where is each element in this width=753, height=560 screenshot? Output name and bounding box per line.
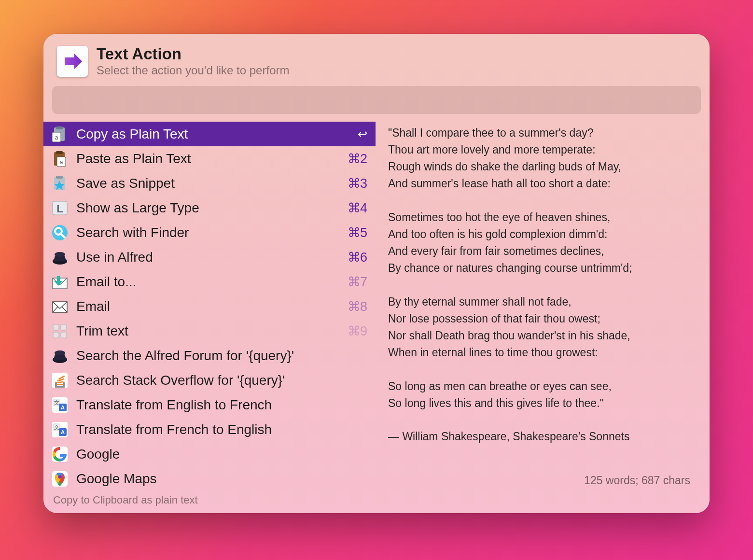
action-item[interactable]: Trim text⌘9 [43,319,376,343]
action-item[interactable]: Google Maps [43,466,376,491]
action-list: Copy as Plain Text↩Paste as Plain Text⌘2… [43,122,376,491]
action-item[interactable]: Translate from English to French [43,392,376,417]
action-label: Search the Alfred Forum for '{query}' [76,348,367,364]
action-label: Translate from English to French [76,397,367,413]
snippet-icon [50,174,70,193]
action-label: Google Maps [76,471,367,487]
preview-stats: 125 words; 687 chars [388,464,690,491]
action-shortcut: ⌘4 [348,200,367,216]
action-label: Paste as Plain Text [76,151,343,167]
action-arrow-icon [57,46,88,77]
action-item[interactable]: Show as Large Type⌘4 [43,196,376,220]
action-shortcut: ⌘8 [348,299,367,314]
action-item[interactable]: Email to...⌘7 [43,269,376,294]
action-label: Show as Large Type [76,200,343,216]
stackoverflow-icon [50,371,70,390]
search-input[interactable] [52,86,701,114]
action-label: Email [76,299,343,314]
svg-marker-0 [65,54,82,69]
action-label: Use in Alfred [76,250,343,265]
action-shortcut: ⌘7 [348,274,367,290]
clipboard-copy-icon [50,125,70,144]
action-item[interactable]: Save as Snippet⌘3 [43,171,376,196]
trim-icon [50,322,70,341]
finder-search-icon [50,223,70,242]
action-item[interactable]: Copy as Plain Text↩ [43,122,376,146]
action-label: Google [76,447,367,462]
action-label: Save as Snippet [76,176,343,191]
preview-text: "Shall I compare thee to a summer's day?… [388,125,690,445]
alfred-icon [50,346,70,365]
action-label: Search Stack Overflow for '{query}' [76,373,367,388]
panel-header: Text Action Select the action you'd like… [43,44,710,84]
action-shortcut: ⌘3 [348,176,367,191]
action-label: Email to... [76,274,343,290]
action-shortcut: ⌘2 [348,151,367,167]
panel-subtitle: Select the action you'd like to perform [97,64,289,77]
action-shortcut: ⌘9 [348,323,367,339]
translate-icon [50,395,70,415]
footer-hint: Copy to Clipboard as plain text [43,491,710,506]
action-item[interactable]: Email⌘8 [43,294,376,319]
action-item[interactable]: Google [43,442,376,466]
action-item[interactable]: Search Stack Overflow for '{query}' [43,368,376,392]
action-shortcut: ↩ [358,127,367,141]
action-label: Translate from French to English [76,422,367,437]
action-item[interactable]: Search the Alfred Forum for '{query}' [43,343,376,368]
email-to-icon [50,272,70,292]
search-container [43,86,710,114]
large-type-icon [50,198,70,218]
google-maps-icon [50,469,70,489]
action-shortcut: ⌘6 [348,250,367,265]
action-label: Search with Finder [76,225,343,240]
translate-icon [50,420,70,439]
action-item[interactable]: Translate from French to English [43,417,376,442]
email-icon [50,297,70,316]
text-action-panel: Text Action Select the action you'd like… [43,34,710,513]
action-item[interactable]: Use in Alfred⌘6 [43,245,376,269]
alfred-icon [50,248,70,267]
panel-title: Text Action [97,45,289,63]
action-shortcut: ⌘5 [348,225,367,240]
clipboard-paste-icon [50,149,70,168]
action-item[interactable]: Search with Finder⌘5 [43,220,376,245]
action-label: Copy as Plain Text [76,126,353,142]
google-icon [50,445,70,464]
action-item[interactable]: Paste as Plain Text⌘2 [43,146,376,171]
action-label: Trim text [76,323,343,339]
preview-pane: "Shall I compare thee to a summer's day?… [376,122,710,491]
